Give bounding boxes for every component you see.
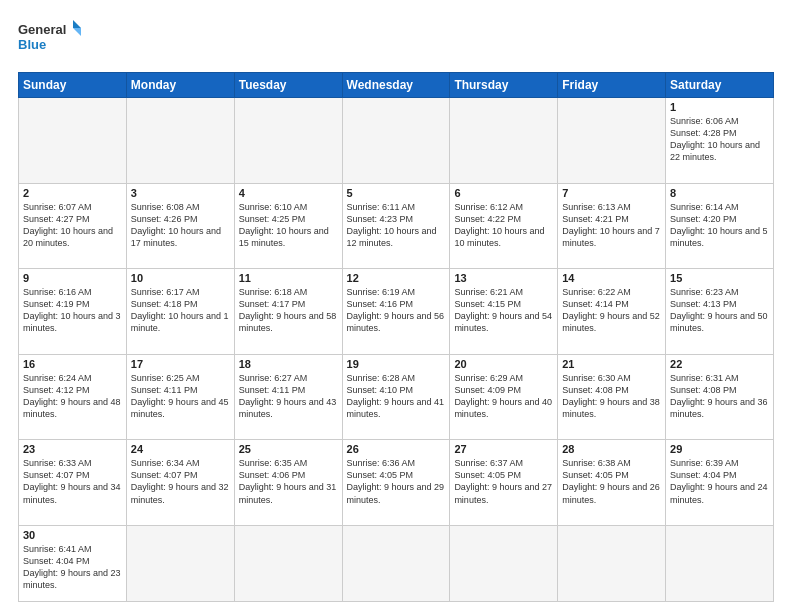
weekday-header-thursday: Thursday bbox=[450, 73, 558, 98]
day-info: Sunrise: 6:11 AM Sunset: 4:23 PM Dayligh… bbox=[347, 201, 446, 250]
day-info: Sunrise: 6:39 AM Sunset: 4:04 PM Dayligh… bbox=[670, 457, 769, 506]
calendar-cell: 16Sunrise: 6:24 AM Sunset: 4:12 PM Dayli… bbox=[19, 354, 127, 440]
week-row-6: 30Sunrise: 6:41 AM Sunset: 4:04 PM Dayli… bbox=[19, 525, 774, 601]
calendar-cell: 25Sunrise: 6:35 AM Sunset: 4:06 PM Dayli… bbox=[234, 440, 342, 526]
day-number: 19 bbox=[347, 358, 446, 370]
day-info: Sunrise: 6:17 AM Sunset: 4:18 PM Dayligh… bbox=[131, 286, 230, 335]
day-info: Sunrise: 6:12 AM Sunset: 4:22 PM Dayligh… bbox=[454, 201, 553, 250]
day-info: Sunrise: 6:36 AM Sunset: 4:05 PM Dayligh… bbox=[347, 457, 446, 506]
page: General Blue SundayMondayTuesdayWednesda… bbox=[0, 0, 792, 612]
calendar-cell: 11Sunrise: 6:18 AM Sunset: 4:17 PM Dayli… bbox=[234, 269, 342, 355]
day-number: 14 bbox=[562, 272, 661, 284]
day-number: 28 bbox=[562, 443, 661, 455]
day-info: Sunrise: 6:29 AM Sunset: 4:09 PM Dayligh… bbox=[454, 372, 553, 421]
weekday-header-friday: Friday bbox=[558, 73, 666, 98]
calendar-cell: 9Sunrise: 6:16 AM Sunset: 4:19 PM Daylig… bbox=[19, 269, 127, 355]
day-number: 13 bbox=[454, 272, 553, 284]
day-number: 15 bbox=[670, 272, 769, 284]
calendar-cell: 27Sunrise: 6:37 AM Sunset: 4:05 PM Dayli… bbox=[450, 440, 558, 526]
day-info: Sunrise: 6:10 AM Sunset: 4:25 PM Dayligh… bbox=[239, 201, 338, 250]
calendar-cell bbox=[450, 98, 558, 184]
day-number: 25 bbox=[239, 443, 338, 455]
logo: General Blue bbox=[18, 18, 88, 62]
calendar-cell bbox=[558, 525, 666, 601]
day-number: 18 bbox=[239, 358, 338, 370]
day-number: 10 bbox=[131, 272, 230, 284]
calendar-cell: 20Sunrise: 6:29 AM Sunset: 4:09 PM Dayli… bbox=[450, 354, 558, 440]
day-number: 23 bbox=[23, 443, 122, 455]
day-number: 5 bbox=[347, 187, 446, 199]
weekday-header-monday: Monday bbox=[126, 73, 234, 98]
day-number: 2 bbox=[23, 187, 122, 199]
day-number: 20 bbox=[454, 358, 553, 370]
day-info: Sunrise: 6:18 AM Sunset: 4:17 PM Dayligh… bbox=[239, 286, 338, 335]
day-number: 1 bbox=[670, 101, 769, 113]
day-info: Sunrise: 6:37 AM Sunset: 4:05 PM Dayligh… bbox=[454, 457, 553, 506]
calendar-cell: 6Sunrise: 6:12 AM Sunset: 4:22 PM Daylig… bbox=[450, 183, 558, 269]
weekday-header-saturday: Saturday bbox=[666, 73, 774, 98]
calendar-cell bbox=[558, 98, 666, 184]
calendar-cell: 23Sunrise: 6:33 AM Sunset: 4:07 PM Dayli… bbox=[19, 440, 127, 526]
weekday-header-sunday: Sunday bbox=[19, 73, 127, 98]
calendar-cell bbox=[342, 98, 450, 184]
day-info: Sunrise: 6:23 AM Sunset: 4:13 PM Dayligh… bbox=[670, 286, 769, 335]
day-info: Sunrise: 6:34 AM Sunset: 4:07 PM Dayligh… bbox=[131, 457, 230, 506]
day-info: Sunrise: 6:30 AM Sunset: 4:08 PM Dayligh… bbox=[562, 372, 661, 421]
weekday-header-row: SundayMondayTuesdayWednesdayThursdayFrid… bbox=[19, 73, 774, 98]
day-info: Sunrise: 6:25 AM Sunset: 4:11 PM Dayligh… bbox=[131, 372, 230, 421]
day-info: Sunrise: 6:38 AM Sunset: 4:05 PM Dayligh… bbox=[562, 457, 661, 506]
day-info: Sunrise: 6:35 AM Sunset: 4:06 PM Dayligh… bbox=[239, 457, 338, 506]
calendar-cell: 30Sunrise: 6:41 AM Sunset: 4:04 PM Dayli… bbox=[19, 525, 127, 601]
day-number: 21 bbox=[562, 358, 661, 370]
weekday-header-wednesday: Wednesday bbox=[342, 73, 450, 98]
svg-marker-2 bbox=[73, 20, 81, 28]
calendar-cell bbox=[126, 525, 234, 601]
day-info: Sunrise: 6:16 AM Sunset: 4:19 PM Dayligh… bbox=[23, 286, 122, 335]
day-info: Sunrise: 6:24 AM Sunset: 4:12 PM Dayligh… bbox=[23, 372, 122, 421]
calendar-cell: 22Sunrise: 6:31 AM Sunset: 4:08 PM Dayli… bbox=[666, 354, 774, 440]
svg-marker-3 bbox=[73, 28, 81, 36]
header: General Blue bbox=[18, 18, 774, 62]
weekday-header-tuesday: Tuesday bbox=[234, 73, 342, 98]
calendar-cell: 15Sunrise: 6:23 AM Sunset: 4:13 PM Dayli… bbox=[666, 269, 774, 355]
day-info: Sunrise: 6:06 AM Sunset: 4:28 PM Dayligh… bbox=[670, 115, 769, 164]
week-row-5: 23Sunrise: 6:33 AM Sunset: 4:07 PM Dayli… bbox=[19, 440, 774, 526]
calendar-cell: 18Sunrise: 6:27 AM Sunset: 4:11 PM Dayli… bbox=[234, 354, 342, 440]
day-info: Sunrise: 6:07 AM Sunset: 4:27 PM Dayligh… bbox=[23, 201, 122, 250]
calendar-cell: 3Sunrise: 6:08 AM Sunset: 4:26 PM Daylig… bbox=[126, 183, 234, 269]
day-number: 9 bbox=[23, 272, 122, 284]
calendar-cell bbox=[666, 525, 774, 601]
day-info: Sunrise: 6:27 AM Sunset: 4:11 PM Dayligh… bbox=[239, 372, 338, 421]
calendar-cell bbox=[234, 525, 342, 601]
day-info: Sunrise: 6:41 AM Sunset: 4:04 PM Dayligh… bbox=[23, 543, 122, 592]
day-number: 22 bbox=[670, 358, 769, 370]
day-info: Sunrise: 6:19 AM Sunset: 4:16 PM Dayligh… bbox=[347, 286, 446, 335]
calendar-cell: 14Sunrise: 6:22 AM Sunset: 4:14 PM Dayli… bbox=[558, 269, 666, 355]
calendar-cell: 21Sunrise: 6:30 AM Sunset: 4:08 PM Dayli… bbox=[558, 354, 666, 440]
day-number: 8 bbox=[670, 187, 769, 199]
day-number: 27 bbox=[454, 443, 553, 455]
day-info: Sunrise: 6:14 AM Sunset: 4:20 PM Dayligh… bbox=[670, 201, 769, 250]
day-number: 4 bbox=[239, 187, 338, 199]
day-info: Sunrise: 6:08 AM Sunset: 4:26 PM Dayligh… bbox=[131, 201, 230, 250]
week-row-4: 16Sunrise: 6:24 AM Sunset: 4:12 PM Dayli… bbox=[19, 354, 774, 440]
calendar-table: SundayMondayTuesdayWednesdayThursdayFrid… bbox=[18, 72, 774, 602]
calendar-cell: 10Sunrise: 6:17 AM Sunset: 4:18 PM Dayli… bbox=[126, 269, 234, 355]
calendar-cell: 26Sunrise: 6:36 AM Sunset: 4:05 PM Dayli… bbox=[342, 440, 450, 526]
calendar-cell bbox=[450, 525, 558, 601]
day-info: Sunrise: 6:13 AM Sunset: 4:21 PM Dayligh… bbox=[562, 201, 661, 250]
calendar-cell: 28Sunrise: 6:38 AM Sunset: 4:05 PM Dayli… bbox=[558, 440, 666, 526]
svg-text:General: General bbox=[18, 22, 66, 37]
day-number: 26 bbox=[347, 443, 446, 455]
calendar-cell bbox=[126, 98, 234, 184]
day-number: 11 bbox=[239, 272, 338, 284]
calendar-cell bbox=[19, 98, 127, 184]
day-number: 16 bbox=[23, 358, 122, 370]
day-number: 17 bbox=[131, 358, 230, 370]
day-number: 24 bbox=[131, 443, 230, 455]
day-info: Sunrise: 6:33 AM Sunset: 4:07 PM Dayligh… bbox=[23, 457, 122, 506]
calendar-cell: 8Sunrise: 6:14 AM Sunset: 4:20 PM Daylig… bbox=[666, 183, 774, 269]
day-number: 30 bbox=[23, 529, 122, 541]
calendar-cell: 13Sunrise: 6:21 AM Sunset: 4:15 PM Dayli… bbox=[450, 269, 558, 355]
calendar-cell: 19Sunrise: 6:28 AM Sunset: 4:10 PM Dayli… bbox=[342, 354, 450, 440]
